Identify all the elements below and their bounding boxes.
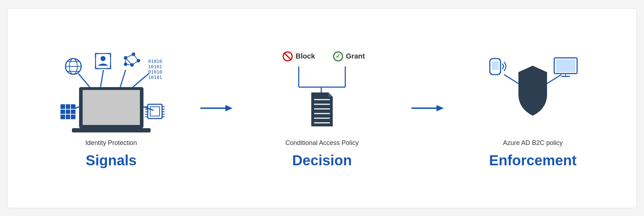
enforcement-illustration [479, 48, 586, 134]
decision-illustration: Block ✓ Grant [268, 48, 376, 134]
svg-line-71 [504, 75, 518, 84]
svg-line-72 [547, 75, 561, 84]
svg-line-22 [133, 54, 138, 61]
svg-rect-65 [492, 61, 499, 70]
svg-rect-2 [72, 128, 151, 132]
svg-line-21 [126, 54, 133, 58]
arrow-2 [411, 103, 444, 114]
svg-line-23 [132, 61, 138, 65]
signals-sub-label: Identity Protection [86, 139, 137, 147]
enforcement-main-label: Enforcement [489, 152, 577, 169]
arrow-1 [200, 103, 233, 114]
decision-main-label: Decision [292, 152, 352, 169]
svg-line-4 [101, 70, 103, 87]
enforcement-sub-label: Azure AD B2C policy [503, 139, 563, 147]
signals-illustration: 01010 10101 01010 10101 [54, 48, 169, 134]
svg-marker-56 [328, 92, 333, 97]
signals-section: 01010 10101 01010 10101 [22, 48, 200, 169]
svg-rect-1 [83, 90, 140, 125]
svg-line-6 [133, 74, 149, 87]
signals-main-label: Signals [86, 152, 137, 169]
svg-text:01010: 01010 [148, 69, 162, 75]
svg-marker-49 [225, 105, 233, 111]
svg-rect-67 [556, 59, 575, 72]
svg-marker-64 [436, 105, 444, 111]
decision-sub-label: Conditional Access Policy [285, 139, 358, 147]
main-container: 01010 10101 01010 10101 [7, 8, 637, 208]
svg-line-3 [78, 74, 90, 87]
svg-text:10101: 10101 [148, 75, 162, 80]
svg-point-15 [101, 56, 106, 61]
svg-text:10101: 10101 [148, 64, 162, 69]
enforcement-section: Azure AD B2C policy Enforcement [444, 48, 622, 169]
svg-text:01010: 01010 [148, 59, 162, 64]
svg-line-8 [143, 107, 153, 110]
svg-line-5 [120, 70, 126, 87]
svg-rect-37 [150, 107, 160, 116]
decision-section: Block ✓ Grant [233, 48, 411, 169]
svg-rect-31 [60, 104, 75, 119]
